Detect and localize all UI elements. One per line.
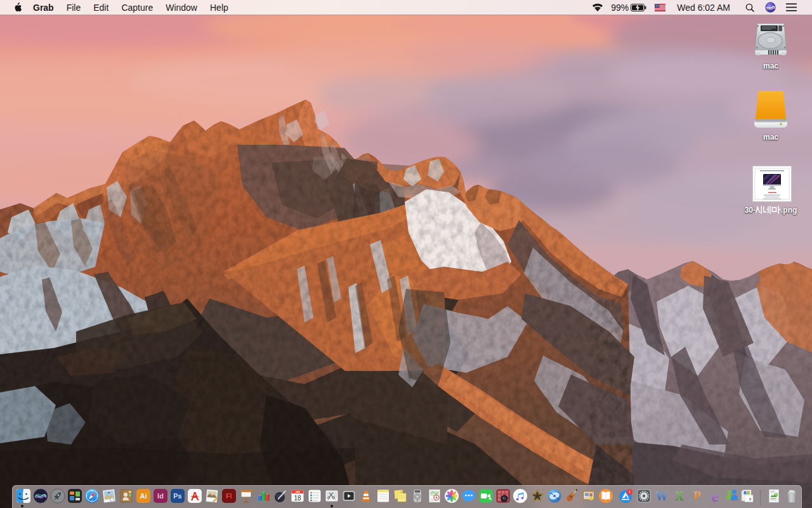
svg-text:Ai: Ai	[140, 492, 147, 500]
svg-text:X: X	[674, 489, 684, 503]
svg-text:JAN: JAN	[295, 491, 300, 493]
svg-text:Fl: Fl	[226, 492, 232, 500]
svg-text:Note: Note	[400, 490, 404, 493]
svg-text:Ps: Ps	[173, 492, 181, 500]
svg-text:W: W	[655, 489, 668, 503]
svg-text:a: a	[749, 495, 751, 502]
svg-text:P: P	[693, 489, 700, 503]
svg-text:Id: Id	[157, 492, 164, 500]
svg-text:18: 18	[294, 495, 301, 502]
svg-text:e: e	[711, 488, 719, 504]
svg-text:DVD: DVD	[416, 491, 419, 493]
svg-text:1: 1	[628, 490, 630, 493]
